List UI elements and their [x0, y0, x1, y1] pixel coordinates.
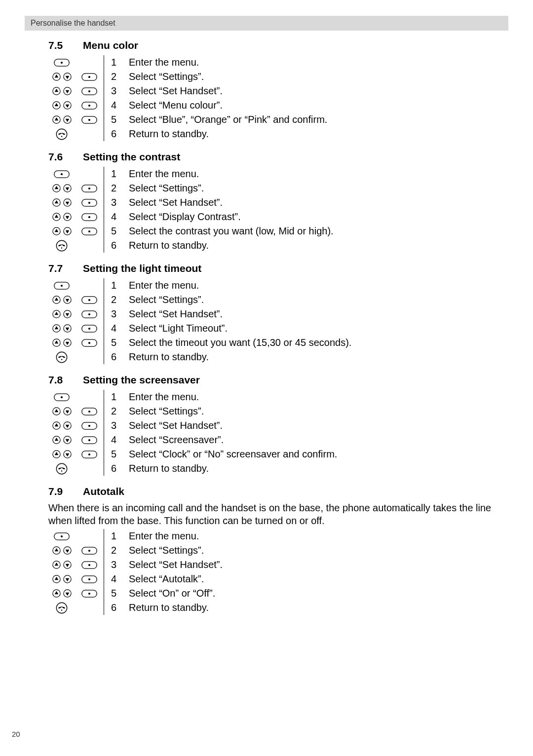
up-down-icons [48, 407, 75, 416]
step-text: Select “Menu colour”. [125, 98, 503, 113]
step-number: 5 [108, 586, 125, 601]
step-row: 2Select “Settings”. [48, 293, 503, 307]
divider [104, 55, 104, 70]
down-icon [63, 546, 72, 555]
step-number: 1 [108, 529, 125, 543]
up-down-icons [48, 115, 75, 124]
section-heading: Autotalk [83, 486, 124, 497]
up-down-icons [48, 546, 75, 555]
down-icon [63, 421, 72, 430]
step-row: 6Return to standby. [48, 601, 503, 615]
down-icon [63, 198, 72, 207]
down-icon [63, 227, 72, 235]
up-down-icons [48, 421, 75, 430]
step-icons [48, 561, 104, 569]
step-icons [48, 115, 104, 124]
step-number: 2 [108, 543, 125, 558]
step-number: 6 [108, 350, 125, 364]
menu-icon [48, 282, 75, 290]
menu-icon [76, 185, 103, 192]
divider [104, 238, 104, 253]
divider [104, 70, 104, 84]
menu-icon [76, 339, 103, 347]
step-text: Select the timeout you want (15,30 or 45… [125, 336, 503, 350]
up-down-icons [48, 296, 75, 304]
step-number: 3 [108, 418, 125, 433]
section-title: 7.5Menu color [48, 39, 503, 51]
step-number: 6 [108, 461, 125, 476]
step-row: 2Select “Settings”. [48, 181, 503, 195]
down-icon [63, 575, 72, 583]
menu-icon [76, 199, 103, 207]
divider [104, 447, 104, 461]
up-icon [52, 296, 61, 304]
step-text: Select “Clock” or “No” screensaver and c… [125, 447, 503, 461]
menu-icon [76, 227, 103, 235]
step-row: 6Return to standby. [48, 127, 503, 141]
step-icons [48, 436, 104, 444]
section-title: 7.6Setting the contrast [48, 151, 503, 163]
menu-icon [48, 59, 75, 67]
menu-icon [76, 73, 103, 81]
section-title: 7.7Setting the light timeout [48, 263, 503, 274]
step-row: 4Select “Light Timeout”. [48, 321, 503, 336]
step-icons [48, 324, 104, 333]
up-icon [52, 589, 61, 598]
section-heading: Setting the screensaver [83, 374, 200, 386]
step-number: 3 [108, 558, 125, 572]
section-heading: Setting the light timeout [83, 263, 201, 274]
up-icon [52, 450, 61, 458]
step-row: 3Select “Set Handset”. [48, 418, 503, 433]
hangup-icon [48, 128, 75, 140]
down-icon [63, 87, 72, 95]
step-number: 2 [108, 181, 125, 195]
step-icons [48, 59, 104, 67]
section: 7.6Setting the contrast1Enter the menu.2… [48, 151, 503, 253]
step-row: 2Select “Settings”. [48, 70, 503, 84]
step-text: Select “Set Handset”. [125, 307, 503, 321]
up-icon [52, 73, 61, 81]
hangup-icon [48, 463, 75, 475]
step-row: 1Enter the menu. [48, 167, 503, 181]
step-text: Select “Autotalk”. [125, 572, 503, 586]
up-down-icons [48, 101, 75, 110]
step-icons [48, 296, 104, 304]
hangup-icon [48, 240, 75, 252]
menu-icon [48, 393, 75, 401]
step-row: 3Select “Set Handset”. [48, 84, 503, 98]
page-header-title: Personalise the handset [31, 19, 115, 27]
down-icon [63, 324, 72, 333]
step-icons [48, 282, 104, 290]
up-icon [52, 407, 61, 416]
up-down-icons [48, 436, 75, 444]
step-number: 4 [108, 321, 125, 336]
step-icons [48, 575, 104, 583]
step-row: 5Select “On” or “Off”. [48, 586, 503, 601]
menu-icon [76, 451, 103, 458]
step-text: Select “Settings”. [125, 404, 503, 418]
up-icon [52, 436, 61, 444]
up-down-icons [48, 575, 75, 583]
down-icon [63, 115, 72, 124]
step-row: 3Select “Set Handset”. [48, 307, 503, 321]
divider [104, 529, 104, 543]
step-text: Select “Set Handset”. [125, 418, 503, 433]
menu-icon [76, 116, 103, 124]
divider [104, 572, 104, 586]
section-number: 7.5 [48, 39, 83, 51]
step-icons [48, 339, 104, 347]
step-row: 1Enter the menu. [48, 390, 503, 404]
hangup-icon [48, 351, 75, 363]
section: 7.7Setting the light timeout1Enter the m… [48, 263, 503, 364]
down-icon [63, 450, 72, 458]
section: 7.9AutotalkWhen there is an incoming cal… [48, 486, 503, 615]
step-text: Return to standby. [125, 238, 503, 253]
divider [104, 433, 104, 447]
step-number: 3 [108, 195, 125, 210]
down-icon [63, 310, 72, 318]
divider [104, 336, 104, 350]
step-number: 5 [108, 224, 125, 238]
menu-icon [76, 87, 103, 95]
up-icon [52, 324, 61, 333]
step-row: 5Select “Clock” or “No” screensaver and … [48, 447, 503, 461]
